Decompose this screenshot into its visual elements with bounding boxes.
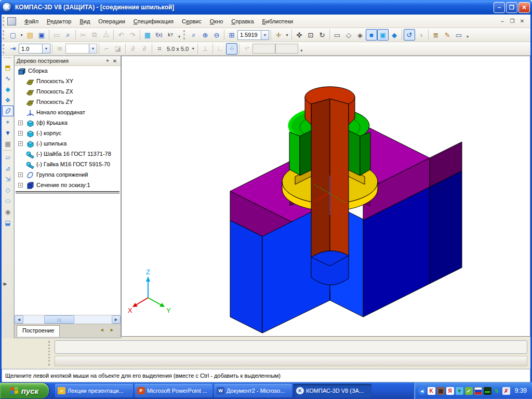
tree-item-label[interactable]: (ф) Крышка [36, 119, 68, 126]
shaded-button[interactable]: ■ [366, 29, 377, 41]
tree-item-7[interactable]: +(-) корпус [15, 128, 121, 139]
tree-item-3[interactable]: Плоскость ZX [15, 87, 121, 97]
viewport-3d[interactable]: Z X Y [121, 56, 530, 337]
context-help-button[interactable]: k? [165, 29, 176, 41]
menu-3[interactable]: Вид [75, 17, 94, 26]
orientation-button[interactable]: ✛ [273, 29, 284, 41]
rebuild-tree-button[interactable]: ≣ [430, 29, 442, 41]
menu-6[interactable]: Сервис [178, 17, 206, 26]
close-icon[interactable]: ✕ [111, 58, 118, 64]
tray-lang-icon[interactable] [474, 387, 482, 395]
toolbar-overflow-icon[interactable]: ▾ [298, 43, 304, 55]
sketch-button[interactable]: ✎ [442, 29, 453, 41]
axis-button[interactable]: ⊿ [2, 163, 14, 174]
specification-button[interactable]: ▦ [2, 138, 14, 149]
panel-button[interactable]: ▭ [453, 29, 464, 41]
close-button[interactable]: ✕ [518, 2, 530, 13]
shaded-edges-button[interactable]: ▣ [377, 29, 389, 41]
property-panel-grip[interactable] [48, 341, 50, 366]
tree-item-label[interactable]: Плоскость XY [36, 78, 73, 84]
start-button[interactable]: пуск [0, 383, 49, 398]
menu-4[interactable]: Операции [94, 17, 129, 26]
zoom-combo[interactable]: 1.5919▾ [237, 30, 269, 40]
tree-item-label[interactable]: Группа сопряжений [36, 171, 88, 178]
tray-display-icon[interactable]: ▣ [437, 387, 445, 395]
tree-item-label[interactable]: (-) Шайба 16 ГОСТ 11371-78 [36, 151, 111, 157]
tray-yandex-icon[interactable]: Я [446, 387, 454, 395]
tray-collapse-icon[interactable]: ◂ [418, 387, 426, 395]
tree-item-8[interactable]: +(-) шпилька [15, 139, 121, 149]
scroll-left-icon[interactable]: ◄ [15, 315, 23, 324]
rotate-model-button[interactable]: ↺ [404, 29, 415, 41]
taskbar-task-powerpoint[interactable]: PMicrosoft PowerPoint ... [135, 384, 212, 397]
expand-icon[interactable]: + [18, 131, 23, 136]
expand-icon[interactable]: + [18, 121, 23, 125]
tree-item-2[interactable]: Плоскость XY [15, 76, 121, 87]
zoom-combo-dropdown-icon[interactable]: ▾ [261, 31, 269, 39]
task-label[interactable]: Лекции презентаци... [68, 388, 124, 394]
toolbar-overflow-icon[interactable]: ▾ [176, 29, 182, 41]
plane-button[interactable]: ▱ [2, 152, 14, 163]
menu-5[interactable]: Спецификация [129, 17, 178, 26]
rotate-view-button[interactable]: ↻ [316, 29, 328, 41]
expand-icon[interactable]: + [18, 141, 23, 146]
step-combo[interactable]: 1.0▾ [19, 44, 50, 54]
menu-2[interactable]: Редактор [43, 17, 75, 26]
tree-item-label[interactable]: (-) шпилька [36, 140, 66, 147]
tray-kaspersky-icon[interactable]: K [428, 387, 435, 395]
measure-button[interactable]: ⌖ [2, 116, 14, 127]
document-icon[interactable] [7, 17, 16, 25]
mates-button[interactable] [2, 105, 14, 116]
model-3d[interactable]: Z X Y [122, 56, 530, 336]
tree-item-5[interactable]: Начало координат [15, 108, 121, 118]
hidden-lines-button[interactable]: ◇ [343, 29, 354, 41]
scroll-right-icon[interactable]: ► [112, 315, 121, 324]
task-label[interactable]: Документ2 - Microso... [227, 388, 285, 394]
offset-plane-button[interactable]: ⇲ [2, 174, 14, 184]
zoom-combo-value[interactable]: 1.5919 [238, 32, 261, 38]
open-button[interactable]: ▤ [24, 29, 36, 41]
tree-item-label[interactable]: (-) Гайка М16 ГОСТ 5915-70 [36, 161, 110, 167]
tree-item-12[interactable]: +Сечение по эскизу:1 [15, 180, 121, 191]
task-label[interactable]: КОМПАС-3D V8 (ЗА... [306, 388, 364, 394]
expand-icon[interactable]: + [18, 172, 23, 177]
tray-agent-icon[interactable]: ▼ [456, 387, 463, 395]
box-button[interactable]: ⬓ [2, 217, 14, 228]
menu-8[interactable]: Справка [227, 17, 258, 26]
layers-combo[interactable]: ▾ [65, 44, 97, 54]
pin-button[interactable]: ◉ [2, 206, 14, 217]
tree-item-label[interactable]: Начало координат [36, 109, 85, 115]
pan-button[interactable]: ✜ [294, 29, 305, 41]
tree-item-4[interactable]: Плоскость ZY [15, 97, 121, 108]
wireframe-button[interactable]: ▭ [331, 29, 343, 41]
filter-button[interactable]: ▼ [2, 127, 14, 138]
toolbar-grip[interactable] [183, 30, 186, 39]
tree-item-9[interactable]: (-) Шайба 16 ГОСТ 11371-78 [15, 149, 121, 159]
tree-item-label[interactable]: Сборка [28, 68, 48, 74]
frame-button[interactable]: ⊡ [305, 29, 316, 41]
variables-button[interactable]: ▦ [142, 29, 153, 41]
zoom-area-button[interactable]: ⌕ [188, 29, 200, 41]
hidden-lines-thin-button[interactable]: ◈ [354, 29, 366, 41]
taskbar-task-word[interactable]: WДокумент2 - Microso... [214, 384, 292, 397]
taskbar-task-folder[interactable]: ▰Лекции презентаци... [55, 384, 133, 397]
tree-item-10[interactable]: (-) Гайка М16 ГОСТ 5915-70 [15, 159, 121, 170]
compact-panel-expander[interactable]: I▶ [3, 282, 7, 286]
spatial-curves-button[interactable]: ∿ [2, 73, 14, 84]
expand-icon[interactable]: + [18, 183, 23, 188]
tree-item-label[interactable]: (-) корпус [36, 130, 61, 136]
compact-panel-grip[interactable] [4, 57, 11, 61]
save-button[interactable]: ▣ [36, 29, 47, 41]
tree-item-label[interactable]: Плоскость ZY [36, 99, 73, 105]
toolbar-grip[interactable] [3, 44, 5, 54]
zoom-out-button[interactable]: ⊖ [211, 29, 222, 41]
model-stud-cut-right[interactable] [330, 99, 349, 257]
grid-button[interactable]: ⌗ [154, 43, 165, 55]
layers-combo-dropdown-icon[interactable]: ▾ [89, 44, 97, 53]
tree-item-11[interactable]: +Группа сопряжений [15, 170, 121, 180]
step-combo-dropdown-icon[interactable]: ▾ [42, 44, 50, 53]
tree-item-6[interactable]: +(ф) Крышка [15, 118, 121, 128]
tree-item-label[interactable]: Плоскость ZX [36, 88, 73, 95]
model-face-body-side-right[interactable] [430, 171, 462, 284]
menu-9[interactable]: Библиотеки [258, 17, 298, 26]
